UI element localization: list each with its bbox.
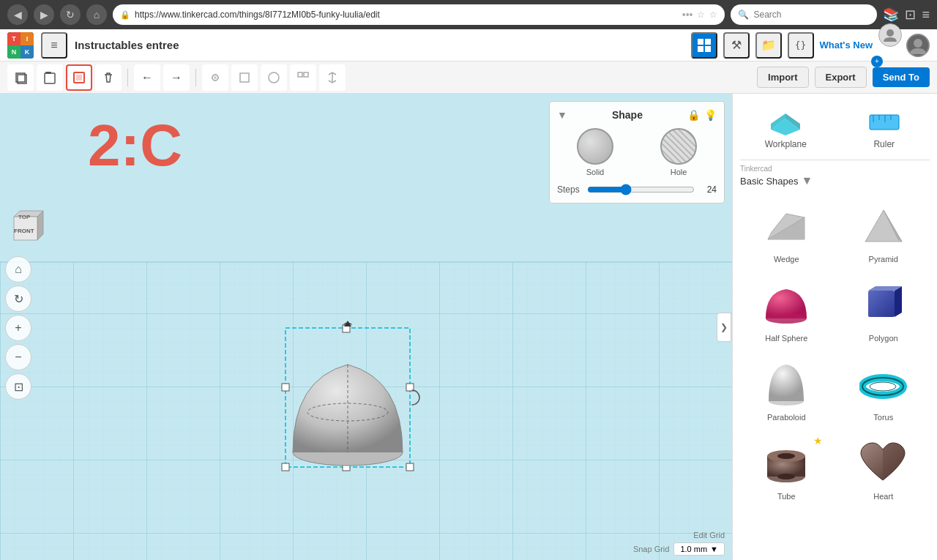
align-button[interactable] xyxy=(290,64,316,91)
shape-panel-title: Shape xyxy=(612,109,643,121)
shape2-icon xyxy=(237,70,252,85)
code-button[interactable]: {} xyxy=(788,32,814,59)
folder-button[interactable]: 📁 xyxy=(755,32,782,59)
polygon-label: Polygon xyxy=(869,334,898,343)
export-button[interactable]: Export xyxy=(815,67,867,88)
hole-circle xyxy=(660,128,697,165)
star-icon[interactable]: ☆ xyxy=(709,10,717,20)
steps-slider[interactable] xyxy=(587,184,695,195)
home-button[interactable]: ⌂ xyxy=(86,4,107,25)
menu-toggle-button[interactable]: ≡ xyxy=(41,32,67,59)
heart-svg xyxy=(859,440,907,488)
svg-point-16 xyxy=(269,72,279,83)
tube-svg xyxy=(763,440,810,488)
ruler-label: Ruler xyxy=(873,139,895,149)
tools-row: Workplane Ruler xyxy=(740,101,930,155)
delete-button[interactable] xyxy=(95,64,122,91)
category-row: Basic Shapes ▼ xyxy=(740,174,813,187)
ruler-tool[interactable]: Ruler xyxy=(839,101,930,155)
paraboloid-label: Paraboloid xyxy=(767,413,806,422)
snap-row: Snap Grid 1.0 mm ▼ xyxy=(633,542,725,556)
snap-value-button[interactable]: 1.0 mm ▼ xyxy=(673,542,725,556)
search-input[interactable] xyxy=(753,10,870,20)
user-profile-icon[interactable] xyxy=(878,23,902,47)
shape-item-tube[interactable]: ★ xyxy=(740,432,833,507)
back-button[interactable]: ◀ xyxy=(7,4,28,25)
app-title: Instructables entree xyxy=(75,39,684,51)
shape-config-panel: ▼ Shape 🔒 💡 Solid Hole Steps xyxy=(549,101,725,204)
undo-button[interactable]: ← xyxy=(134,64,160,91)
hammer-button[interactable]: ⚒ xyxy=(723,32,750,59)
shape-item-pyramid[interactable]: Pyramid xyxy=(837,195,930,269)
shape-item-half-sphere[interactable]: Half Sphere xyxy=(740,274,833,348)
category-dropdown-icon[interactable]: ▼ xyxy=(802,174,813,187)
pyramid-thumb xyxy=(858,201,909,252)
shape2-button[interactable] xyxy=(231,64,258,91)
menu-icon[interactable]: ≡ xyxy=(922,7,930,23)
shape-item-wedge[interactable]: Wedge xyxy=(740,195,833,269)
view-cube[interactable]: TOP FRONT xyxy=(0,202,52,255)
zoom-in-button[interactable]: + xyxy=(5,315,31,341)
add-user-button[interactable]: + xyxy=(871,56,883,67)
circle-icon xyxy=(266,70,281,85)
header-icons: ⚒ 📁 {} What's New + xyxy=(691,23,930,67)
grid-view-button[interactable] xyxy=(691,32,717,59)
shape-item-paraboloid[interactable]: Paraboloid xyxy=(740,353,833,428)
shape-item-heart[interactable]: Heart xyxy=(837,432,930,507)
category-label: Basic Shapes xyxy=(740,176,799,187)
shapes-header: Tinkercad Basic Shapes ▼ xyxy=(740,165,930,187)
tube-star-badge: ★ xyxy=(813,435,823,447)
align-icon xyxy=(296,70,310,85)
tab-icon[interactable]: ⊡ xyxy=(905,7,916,23)
wedge-label: Wedge xyxy=(774,255,799,264)
steps-value: 24 xyxy=(702,184,717,195)
reload-button[interactable]: ↻ xyxy=(60,4,81,25)
half-sphere-thumb xyxy=(761,280,812,331)
collapse-panel-button[interactable]: ❯ xyxy=(717,313,731,342)
hole-option[interactable]: Hole xyxy=(641,128,717,176)
mirror-icon xyxy=(325,70,340,85)
panel-collapse-icon[interactable]: ▼ xyxy=(557,109,567,121)
logo-k: K xyxy=(20,45,34,59)
solid-option[interactable]: Solid xyxy=(557,128,633,176)
bookmark-icon[interactable]: ☆ xyxy=(697,10,705,20)
home-view-button[interactable]: ⌂ xyxy=(5,256,31,283)
paste-button[interactable] xyxy=(37,64,63,91)
divider-1 xyxy=(740,160,930,160)
lock-icon[interactable]: 🔒 xyxy=(687,109,700,121)
solid-circle xyxy=(577,128,613,165)
shape-item-torus[interactable]: Torus xyxy=(837,353,930,428)
browser-search-bar[interactable]: 🔍 xyxy=(731,4,877,25)
import-button[interactable]: Import xyxy=(757,67,808,88)
perspective-button[interactable]: ⊡ xyxy=(5,373,31,400)
user-avatar[interactable] xyxy=(906,34,930,57)
svg-marker-54 xyxy=(895,286,902,317)
steps-row: Steps 24 xyxy=(557,184,717,195)
orbit-button[interactable]: ↻ xyxy=(5,285,31,312)
wedge-thumb xyxy=(761,201,812,252)
3d-shape[interactable] xyxy=(278,321,425,485)
edit-grid-label[interactable]: Edit Grid xyxy=(693,531,725,540)
group-button[interactable] xyxy=(66,64,92,91)
forward-button[interactable]: ▶ xyxy=(34,4,54,25)
duplicate-button[interactable] xyxy=(7,64,34,91)
sendto-button[interactable]: Send To xyxy=(873,67,930,87)
svg-marker-49 xyxy=(865,210,902,242)
shape3-button[interactable] xyxy=(261,64,287,91)
canvas-area[interactable]: 2:C xyxy=(0,94,732,560)
security-icon: 🔒 xyxy=(120,10,130,20)
light-button[interactable] xyxy=(202,64,228,91)
pyramid-label: Pyramid xyxy=(869,255,898,264)
bulb-icon[interactable]: 💡 xyxy=(704,109,717,121)
zoom-out-button[interactable]: − xyxy=(5,344,31,370)
redo-button[interactable]: → xyxy=(163,64,190,91)
workplane-tool[interactable]: Workplane xyxy=(740,101,832,155)
solid-label: Solid xyxy=(557,168,633,176)
library-icon[interactable]: 📚 xyxy=(883,7,899,23)
shape-item-polygon[interactable]: Polygon xyxy=(837,274,930,348)
tinkercad-logo[interactable]: T I N K xyxy=(7,32,34,59)
mirror-button[interactable] xyxy=(319,64,346,91)
whats-new-button[interactable]: What's New xyxy=(820,40,873,51)
svg-rect-10 xyxy=(45,73,55,83)
svg-rect-12 xyxy=(76,75,82,81)
